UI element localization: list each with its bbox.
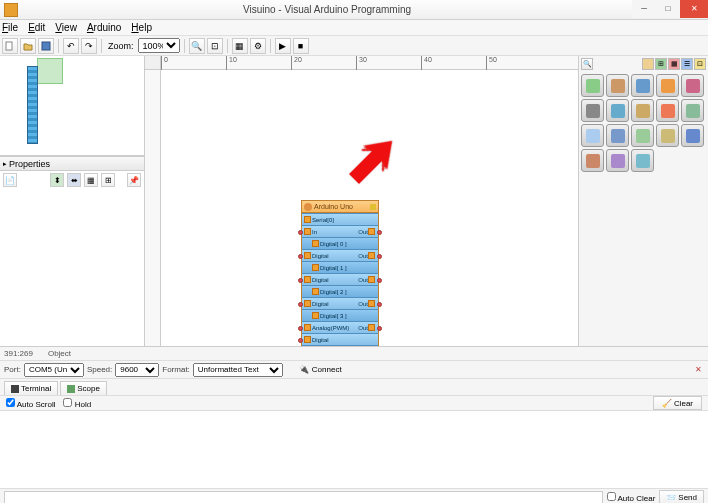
open-button[interactable] bbox=[20, 38, 36, 54]
component-port[interactable]: Digital[ 0 ] bbox=[302, 237, 378, 249]
tab-terminal[interactable]: Terminal bbox=[4, 381, 58, 395]
maximize-button[interactable]: □ bbox=[656, 0, 680, 18]
component-port[interactable]: Analog(PWM)Out bbox=[302, 321, 378, 333]
palette-item-icon bbox=[661, 79, 675, 93]
tutorial-arrow-icon bbox=[331, 122, 412, 203]
new-button[interactable] bbox=[2, 38, 18, 54]
palette-item[interactable] bbox=[581, 149, 604, 172]
preview-pane[interactable] bbox=[0, 56, 144, 156]
palette-item[interactable] bbox=[581, 124, 604, 147]
left-panel: Properties 📄 ⬍ ⬌ ▦ ⊞ 📌 bbox=[0, 56, 145, 346]
component-port[interactable]: InOut bbox=[302, 225, 378, 237]
palette-t3[interactable]: ▦ bbox=[668, 58, 680, 70]
palette-item[interactable] bbox=[581, 74, 604, 97]
palette-item[interactable] bbox=[681, 99, 704, 122]
menu-edit[interactable]: Edit bbox=[28, 22, 45, 33]
preview-viewport[interactable] bbox=[37, 58, 63, 84]
titlebar: Visuino - Visual Arduino Programming ─ □… bbox=[0, 0, 708, 20]
prop-pin-button[interactable]: 📌 bbox=[127, 173, 141, 187]
autoclear-checkbox[interactable]: Auto Clear bbox=[607, 492, 656, 503]
prop-tool-1[interactable]: 📄 bbox=[3, 173, 17, 187]
menu-file[interactable]: File bbox=[2, 22, 18, 33]
component-port[interactable]: Digital bbox=[302, 333, 378, 345]
minimize-button[interactable]: ─ bbox=[632, 0, 656, 18]
ruler-vertical bbox=[145, 70, 161, 346]
component-port[interactable]: DigitalOut bbox=[302, 297, 378, 309]
terminal-output[interactable] bbox=[0, 411, 708, 489]
port-select[interactable]: COM5 (Unav bbox=[24, 363, 84, 377]
prop-tool-2[interactable]: ⬍ bbox=[50, 173, 64, 187]
properties-toolbar: 📄 ⬍ ⬌ ▦ ⊞ 📌 bbox=[0, 171, 144, 189]
component-port[interactable]: Digital[ 3 ] bbox=[302, 309, 378, 321]
canvas[interactable]: Arduino Uno Serial[0]InOutDigital[ 0 ]Di… bbox=[161, 70, 578, 346]
menu-help[interactable]: Help bbox=[131, 22, 152, 33]
close-button[interactable]: ✕ bbox=[680, 0, 708, 18]
menu-arduino[interactable]: Arduino bbox=[87, 22, 121, 33]
palette-item[interactable] bbox=[681, 74, 704, 97]
palette-item-icon bbox=[586, 79, 600, 93]
palette-item[interactable] bbox=[606, 124, 629, 147]
tab-scope[interactable]: Scope bbox=[60, 381, 107, 395]
hold-checkbox[interactable]: Hold bbox=[63, 398, 91, 409]
palette-item[interactable] bbox=[606, 74, 629, 97]
palette-item[interactable] bbox=[656, 99, 679, 122]
zoom-in-button[interactable]: 🔍 bbox=[189, 38, 205, 54]
component-palette: 🔍 ⊞ ▦ ☰ ⊡ bbox=[578, 56, 708, 346]
port-label: Port: bbox=[4, 365, 21, 374]
send-input[interactable] bbox=[4, 491, 603, 504]
palette-item[interactable] bbox=[606, 99, 629, 122]
properties-header[interactable]: Properties bbox=[0, 156, 144, 171]
palette-item[interactable] bbox=[681, 124, 704, 147]
speed-select[interactable]: 9600 bbox=[115, 363, 159, 377]
palette-item[interactable] bbox=[631, 124, 654, 147]
zoom-select[interactable]: 100% bbox=[138, 38, 180, 53]
format-select[interactable]: Unformatted Text bbox=[193, 363, 283, 377]
canvas-area: 0 10 20 30 40 50 Arduino Uno Serial[0]In… bbox=[145, 56, 578, 346]
prop-tool-4[interactable]: ▦ bbox=[84, 173, 98, 187]
zoom-fit-button[interactable]: ⊡ bbox=[207, 38, 223, 54]
palette-item[interactable] bbox=[631, 74, 654, 97]
send-row: Auto Clear 📨Send bbox=[0, 489, 708, 503]
palette-item-icon bbox=[586, 129, 600, 143]
palette-search-button[interactable]: 🔍 bbox=[581, 58, 593, 70]
tool-d-button[interactable]: ■ bbox=[293, 38, 309, 54]
terminal-options: Auto Scroll Hold 🧹Clear bbox=[0, 395, 708, 411]
prop-tool-3[interactable]: ⬌ bbox=[67, 173, 81, 187]
palette-t4[interactable]: ☰ bbox=[681, 58, 693, 70]
component-port[interactable]: Serial[0] bbox=[302, 213, 378, 225]
component-port[interactable]: Digital[ 2 ] bbox=[302, 285, 378, 297]
palette-t5[interactable]: ⊡ bbox=[694, 58, 706, 70]
prop-tool-5[interactable]: ⊞ bbox=[101, 173, 115, 187]
menu-view[interactable]: View bbox=[55, 22, 77, 33]
redo-button[interactable]: ↷ bbox=[81, 38, 97, 54]
ruler-horizontal: 0 10 20 30 40 50 bbox=[161, 56, 578, 70]
palette-t2[interactable]: ⊞ bbox=[655, 58, 667, 70]
palette-item-icon bbox=[586, 104, 600, 118]
tool-b-button[interactable]: ⚙ bbox=[250, 38, 266, 54]
palette-item[interactable] bbox=[581, 99, 604, 122]
component-port[interactable]: DigitalOut bbox=[302, 249, 378, 261]
palette-item[interactable] bbox=[631, 99, 654, 122]
arduino-component[interactable]: Arduino Uno Serial[0]InOutDigital[ 0 ]Di… bbox=[301, 200, 379, 346]
ruler-corner bbox=[145, 56, 161, 70]
component-port[interactable]: DigitalOut bbox=[302, 273, 378, 285]
format-label: Format: bbox=[162, 365, 190, 374]
component-port[interactable]: Digital[ 4 ] bbox=[302, 345, 378, 346]
palette-item[interactable] bbox=[656, 124, 679, 147]
undo-button[interactable]: ↶ bbox=[63, 38, 79, 54]
palette-t1[interactable] bbox=[642, 58, 654, 70]
save-button[interactable] bbox=[38, 38, 54, 54]
component-port[interactable]: Digital[ 1 ] bbox=[302, 261, 378, 273]
palette-item[interactable] bbox=[656, 74, 679, 97]
toolbar: ↶ ↷ Zoom: 100% 🔍 ⊡ ▦ ⚙ ▶ ■ bbox=[0, 36, 708, 56]
palette-item[interactable] bbox=[631, 149, 654, 172]
tool-a-button[interactable]: ▦ bbox=[232, 38, 248, 54]
connect-button[interactable]: Connect bbox=[312, 365, 342, 374]
clear-button[interactable]: 🧹Clear bbox=[653, 396, 702, 410]
close-panel-button[interactable]: ✕ bbox=[692, 364, 704, 376]
tool-c-button[interactable]: ▶ bbox=[275, 38, 291, 54]
autoscroll-checkbox[interactable]: Auto Scroll bbox=[6, 398, 55, 409]
component-header[interactable]: Arduino Uno bbox=[302, 201, 378, 213]
send-button[interactable]: 📨Send bbox=[659, 490, 704, 503]
palette-item[interactable] bbox=[606, 149, 629, 172]
